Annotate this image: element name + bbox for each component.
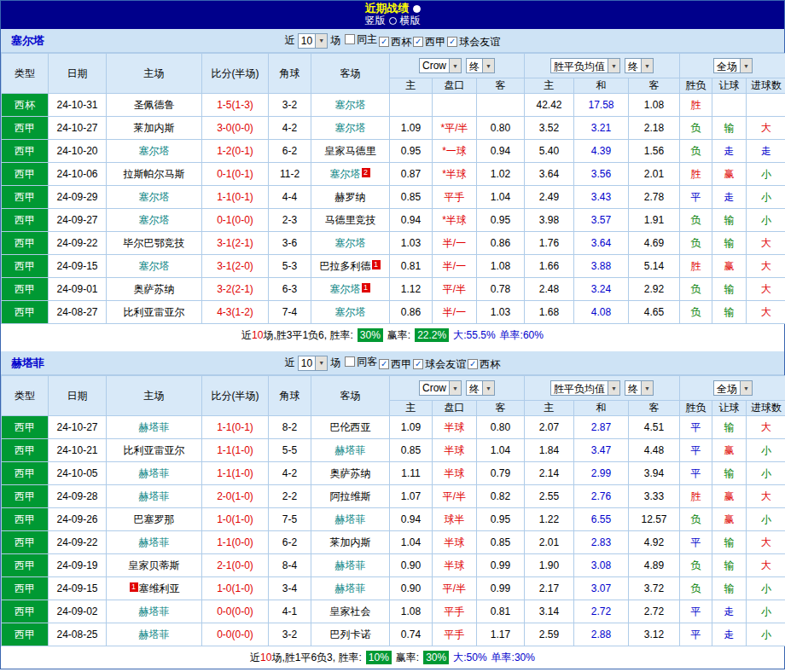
col-header-competition: 类型: [2, 54, 49, 94]
cell-score: 1-0(1-0): [202, 577, 269, 600]
cell-result: 负: [680, 117, 712, 140]
cell-handicap-result: 走: [712, 600, 747, 623]
summary-bar: 近10场,胜3平1负6, 胜率: 30% 赢率: 22.2% 大:55.5% 单…: [1, 324, 784, 346]
handicap-group-header: Crow▼ 终▼: [390, 54, 525, 78]
average-final-select[interactable]: 终▼: [625, 58, 654, 73]
cell-away-team: 皇家马德里: [311, 140, 390, 163]
cell-score: 2-0(1-0): [202, 485, 269, 508]
cell-corners: 6-3: [269, 278, 311, 301]
chevron-down-icon: ▼: [482, 59, 494, 72]
col-header-odds-away: 客: [477, 78, 525, 94]
team-name: 比利亚雷亚尔: [124, 306, 185, 318]
filter-checkbox[interactable]: ✓西甲: [413, 35, 445, 49]
cell-corners: 7-4: [269, 301, 311, 324]
team-section-header: 塞尔塔 近 10▼ 场 同主✓西杯✓西甲✓球会友谊: [1, 29, 784, 53]
filter-checkbox[interactable]: 同客: [345, 355, 377, 369]
cell-avg-draw: 2.99: [574, 462, 629, 485]
cell-avg-home: 3.14: [525, 600, 574, 623]
cell-home-team: 塞尔塔: [107, 186, 202, 209]
filter-checkbox[interactable]: ✓西杯: [379, 35, 411, 49]
top-bar-title-line: 近期战绩: [1, 3, 784, 14]
filter-checkbox[interactable]: ✓球会友谊: [413, 357, 466, 372]
cell-avg-away: 3.94: [629, 462, 680, 485]
cell-goals: 大: [747, 485, 785, 508]
cell-result: 平: [680, 439, 712, 462]
filter-checkbox[interactable]: ✓西杯: [468, 357, 500, 372]
cell-corners: 6-2: [269, 140, 311, 163]
cell-date: 24-09-29: [49, 186, 107, 209]
odds-final-select[interactable]: 终▼: [466, 58, 495, 73]
team-section-header: 赫塔菲 近 10▼ 场 同客✓西甲✓球会友谊✓西杯: [1, 351, 784, 375]
cell-handicap: 平手: [433, 600, 477, 623]
cell-avg-draw: 3.08: [574, 554, 629, 577]
average-final-select[interactable]: 终▼: [625, 380, 654, 396]
match-row: 西甲24-09-01奥萨苏纳3-2(2-1)6-3塞尔塔11.12平/半0.78…: [2, 278, 785, 301]
cell-date: 24-10-21: [49, 439, 107, 462]
single-rate-text: 单率:30%: [491, 651, 535, 665]
col-header-home: 主场: [107, 376, 202, 416]
filter-bar: 近 10▼ 场 同客✓西甲✓球会友谊✓西杯: [285, 355, 500, 372]
cell-odds-away: [477, 94, 525, 117]
horizontal-layout-label[interactable]: 横版: [400, 14, 421, 28]
col-header-handicap: 盘口: [433, 78, 477, 94]
team-name: 塞尔塔: [335, 237, 366, 249]
scope-select[interactable]: 全场▼: [713, 380, 753, 396]
odds-company-select[interactable]: Crow▼: [419, 380, 462, 396]
cell-goals: 小: [747, 508, 785, 531]
cell-avg-home: 2.59: [525, 623, 574, 646]
odds-final-select[interactable]: 终▼: [466, 380, 495, 396]
team-name: 塞尔塔: [139, 214, 170, 226]
cell-odds-away: 1.04: [477, 439, 525, 462]
average-odds-select[interactable]: 胜平负均值▼: [550, 58, 620, 73]
team-name: 赫塔菲: [139, 629, 170, 640]
team-name: 塞尔塔: [139, 191, 170, 203]
match-row: 西甲24-09-22毕尔巴鄂竞技3-1(2-1)3-6塞尔塔1.03半/一0.8…: [2, 232, 785, 255]
recent-count-select[interactable]: 10▼: [298, 356, 328, 371]
cell-result: 负: [680, 140, 712, 163]
cell-odds-away: 0.78: [477, 278, 525, 301]
vertical-layout-radio[interactable]: [413, 5, 421, 13]
filter-checkbox[interactable]: 同主: [345, 32, 377, 47]
filter-checkbox[interactable]: ✓球会友谊: [447, 35, 500, 49]
cell-corners: 2-2: [269, 485, 311, 508]
cell-avg-away: 4.65: [629, 301, 680, 324]
vertical-layout-label[interactable]: 竖版: [365, 14, 386, 28]
cell-score: 1-1(0-0): [202, 531, 269, 554]
horizontal-layout-radio[interactable]: [389, 17, 397, 25]
cell-score: 1-2(0-1): [202, 140, 269, 163]
cell-avg-away: 5.14: [629, 255, 680, 278]
cell-corners: 3-6: [269, 232, 311, 255]
chevron-down-icon: ▼: [608, 381, 619, 395]
col-header-goals: 进球数: [747, 78, 785, 94]
cell-goals: 小: [747, 163, 785, 186]
cell-away-team: 塞尔塔: [311, 94, 390, 117]
cell-home-team: 赫塔菲: [107, 600, 202, 623]
cell-result: 负: [680, 508, 712, 531]
scope-select[interactable]: 全场▼: [713, 58, 753, 73]
chevron-down-icon: ▼: [315, 356, 327, 370]
cell-odds-away: 0.99: [477, 577, 525, 600]
cell-corners: 5-3: [269, 255, 311, 278]
average-odds-select[interactable]: 胜平负均值▼: [550, 380, 620, 396]
cell-handicap: 半球: [433, 554, 477, 577]
match-rows: 西杯24-10-31圣佩德鲁1-5(1-3)3-2塞尔塔42.4217.581.…: [2, 94, 785, 324]
filter-checkbox[interactable]: ✓西甲: [379, 357, 411, 372]
team-name: 赫罗纳: [335, 191, 366, 203]
col-header-date: 日期: [49, 376, 107, 416]
cell-avg-home: 42.42: [525, 94, 574, 117]
recent-count-select[interactable]: 10▼: [298, 33, 328, 49]
cell-avg-home: 2.07: [525, 416, 574, 439]
odds-company-select[interactable]: Crow▼: [419, 58, 462, 73]
checkbox-icon: ✓: [379, 359, 389, 369]
cell-corners: 4-2: [269, 117, 311, 140]
cell-avg-draw: 3.57: [574, 209, 629, 232]
cell-handicap-result: 输: [712, 209, 747, 232]
cell-avg-away: 3.33: [629, 485, 680, 508]
cell-avg-home: 2.49: [525, 186, 574, 209]
match-row: 西甲24-09-27塞尔塔0-1(0-0)2-3马德里竞技0.94*半球0.95…: [2, 209, 785, 232]
cell-result: 胜: [680, 163, 712, 186]
cell-away-team: 塞尔塔: [311, 117, 390, 140]
cell-date: 24-09-28: [49, 485, 107, 508]
cell-competition: 西甲: [2, 163, 49, 186]
col-header-odds-away: 客: [477, 401, 525, 416]
